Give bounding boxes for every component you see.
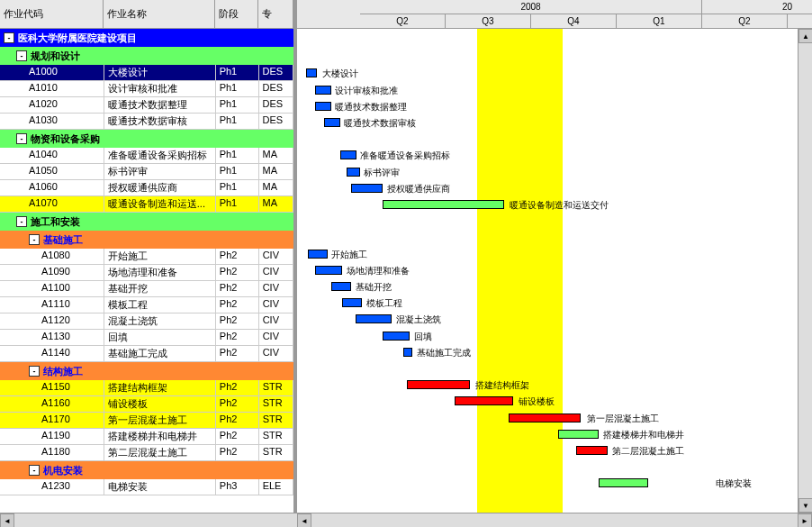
gantt-bar[interactable] bbox=[558, 430, 599, 439]
scroll-up-icon[interactable]: ▲ bbox=[798, 29, 812, 43]
gantt-bar-label: 暖通设备制造和运送交付 bbox=[510, 199, 609, 212]
task-phase: Ph2 bbox=[216, 429, 259, 444]
timeline-quarter: Q3 bbox=[446, 14, 531, 29]
task-row[interactable]: A1020暖通技术数据整理Ph1DES bbox=[0, 97, 293, 114]
task-row[interactable]: A1150搭建结构框架Ph2STR bbox=[0, 380, 293, 396]
task-row[interactable]: A1100基础开挖Ph2CIV bbox=[0, 281, 293, 297]
task-phase: Ph1 bbox=[216, 114, 259, 129]
task-name: 准备暖通设备采购招标 bbox=[104, 148, 216, 163]
task-row[interactable]: A1030暖通技术数据审核Ph1DES bbox=[0, 114, 293, 130]
task-phase: Ph1 bbox=[216, 196, 259, 212]
gantt-bar[interactable] bbox=[308, 250, 328, 259]
scroll-left-icon[interactable]: ◄ bbox=[0, 513, 14, 527]
right-scrollbar-v[interactable]: ▲ ▼ bbox=[798, 29, 812, 513]
task-row[interactable]: A1230电梯安装Ph3ELE bbox=[0, 479, 293, 495]
gantt-bar[interactable] bbox=[340, 150, 356, 159]
gantt-bar[interactable] bbox=[576, 446, 608, 455]
task-spec: DES bbox=[259, 97, 293, 113]
task-row[interactable]: A1110模板工程Ph2CIV bbox=[0, 297, 293, 313]
task-code: A1140 bbox=[0, 346, 104, 361]
task-row[interactable]: A1180第二层混凝土施工Ph2STR bbox=[0, 445, 293, 461]
group-label: 施工和安装 bbox=[31, 215, 80, 229]
task-spec: DES bbox=[259, 65, 293, 80]
group-row[interactable]: -医科大学附属医院建设项目 bbox=[0, 29, 293, 47]
task-row[interactable]: A1050标书评审Ph1MA bbox=[0, 164, 293, 180]
gantt-bar[interactable] bbox=[347, 168, 360, 177]
task-row[interactable]: A1070暖通设备制造和运送...Ph1MA bbox=[0, 196, 293, 213]
gantt-bar-label: 设计审核和批准 bbox=[335, 85, 398, 97]
left-scrollbar-h[interactable]: ◄ ► bbox=[0, 513, 297, 527]
timeline-quarter: Q1 bbox=[617, 14, 702, 29]
gantt-bar[interactable] bbox=[315, 266, 342, 275]
scroll-down-icon[interactable]: ▼ bbox=[798, 498, 812, 513]
group-row[interactable]: -结构施工 bbox=[0, 362, 293, 380]
task-spec: MA bbox=[259, 180, 293, 195]
gantt-bar[interactable] bbox=[356, 314, 392, 323]
task-spec: STR bbox=[259, 429, 293, 444]
gantt-bar-label: 回填 bbox=[414, 331, 432, 343]
task-name: 回填 bbox=[104, 330, 216, 345]
gantt-bar[interactable] bbox=[342, 298, 362, 307]
task-name: 混凝土浇筑 bbox=[104, 313, 216, 329]
task-row[interactable]: A1080开始施工Ph2CIV bbox=[0, 249, 293, 265]
group-row[interactable]: -基础施工 bbox=[0, 231, 293, 249]
scroll-right-icon[interactable]: ► bbox=[798, 513, 812, 527]
group-row[interactable]: -规划和设计 bbox=[0, 47, 293, 65]
group-row[interactable]: -施工和安装 bbox=[0, 213, 293, 231]
task-row[interactable]: A1060授权暖通供应商Ph1MA bbox=[0, 180, 293, 196]
task-row[interactable]: A1040准备暖通设备采购招标Ph1MA bbox=[0, 148, 293, 164]
task-row[interactable]: A1190搭建楼梯井和电梯井Ph2STR bbox=[0, 429, 293, 445]
task-spec: STR bbox=[259, 396, 293, 412]
collapse-toggle[interactable]: - bbox=[29, 234, 40, 245]
gantt-bar[interactable] bbox=[407, 380, 470, 389]
collapse-toggle[interactable]: - bbox=[16, 50, 27, 61]
gantt-body[interactable]: 大楼设计设计审核和批准暖通技术数据整理暖通技术数据审核准备暖通设备采购招标标书评… bbox=[297, 29, 812, 527]
task-code: A1160 bbox=[0, 396, 104, 412]
task-spec: MA bbox=[259, 196, 293, 212]
gantt-bar[interactable] bbox=[331, 282, 351, 291]
task-code: A1180 bbox=[0, 445, 104, 460]
task-phase: Ph2 bbox=[216, 297, 259, 313]
collapse-toggle[interactable]: - bbox=[16, 216, 27, 227]
gantt-bar[interactable] bbox=[599, 478, 648, 487]
gantt-bar[interactable] bbox=[315, 86, 331, 95]
gantt-bar[interactable] bbox=[351, 184, 383, 193]
task-row[interactable]: A1000大楼设计Ph1DES bbox=[0, 65, 293, 81]
header-name[interactable]: 作业名称 bbox=[104, 0, 215, 28]
gantt-bar-label: 暖通技术数据整理 bbox=[335, 101, 407, 114]
task-name: 开始施工 bbox=[104, 249, 216, 264]
collapse-toggle[interactable]: - bbox=[16, 133, 27, 144]
task-row[interactable]: A1090场地清理和准备Ph2CIV bbox=[0, 265, 293, 281]
gantt-bar[interactable] bbox=[383, 200, 504, 209]
gantt-bar[interactable] bbox=[455, 396, 513, 405]
collapse-toggle[interactable]: - bbox=[4, 32, 14, 43]
collapse-toggle[interactable]: - bbox=[29, 465, 40, 476]
task-code: A1120 bbox=[0, 313, 104, 329]
scroll-left-icon[interactable]: ◄ bbox=[297, 513, 311, 527]
group-row[interactable]: -机电安装 bbox=[0, 461, 293, 479]
task-name: 暖通技术数据整理 bbox=[104, 97, 216, 113]
task-phase: Ph2 bbox=[216, 413, 259, 428]
gantt-bar[interactable] bbox=[324, 118, 340, 127]
gantt-bar[interactable] bbox=[509, 413, 581, 423]
right-scrollbar-h[interactable]: ◄ ► bbox=[297, 513, 812, 527]
header-code[interactable]: 作业代码 bbox=[0, 0, 104, 28]
task-row[interactable]: A1120混凝土浇筑Ph2CIV bbox=[0, 313, 293, 330]
gantt-bar[interactable] bbox=[383, 332, 410, 341]
task-spec: CIV bbox=[259, 249, 293, 264]
header-spec[interactable]: 专 bbox=[258, 0, 293, 28]
task-row[interactable]: A1010设计审核和批准Ph1DES bbox=[0, 81, 293, 97]
task-phase: Ph1 bbox=[216, 81, 259, 96]
task-row[interactable]: A1170第一层混凝土施工Ph2STR bbox=[0, 413, 293, 429]
gantt-bar[interactable] bbox=[315, 102, 331, 111]
group-row[interactable]: -物资和设备采购 bbox=[0, 130, 293, 148]
task-row[interactable]: A1130回填Ph2CIV bbox=[0, 330, 293, 346]
collapse-toggle[interactable]: - bbox=[29, 366, 40, 377]
gantt-bar[interactable] bbox=[403, 348, 412, 357]
task-row[interactable]: A1140基础施工完成Ph2CIV bbox=[0, 346, 293, 362]
header-phase[interactable]: 阶段 bbox=[215, 0, 258, 28]
task-code: A1080 bbox=[0, 249, 104, 264]
gantt-bar[interactable] bbox=[306, 68, 317, 77]
gantt-bar-label: 搭建结构框架 bbox=[475, 379, 529, 392]
task-row[interactable]: A1160铺设楼板Ph2STR bbox=[0, 396, 293, 413]
